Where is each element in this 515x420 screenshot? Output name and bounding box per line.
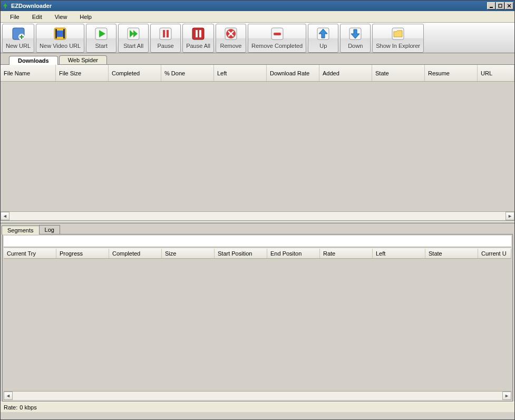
arrow-down-icon (347, 26, 363, 42)
segments-panel: Current Try Progress Completed Size Star… (2, 234, 513, 402)
svg-rect-7 (63, 29, 65, 38)
new-url-button[interactable]: New URL (2, 24, 34, 53)
segments-columns: Current Try Progress Completed Size Star… (4, 248, 511, 259)
col-current-u[interactable]: Current U (478, 249, 511, 258)
svg-rect-0 (490, 7, 493, 8)
menu-file[interactable]: File (4, 13, 26, 21)
col-size[interactable]: Size (162, 249, 215, 258)
downloads-columns: File Name File Size Completed % Done Lef… (1, 65, 514, 82)
col-seg-state[interactable]: State (425, 249, 478, 258)
app-icon (2, 2, 9, 9)
new-url-icon (11, 26, 26, 42)
scroll-right-icon[interactable]: ► (506, 212, 514, 220)
svg-rect-1 (499, 4, 502, 7)
show-in-explorer-button[interactable]: Show In Explorer (372, 24, 424, 53)
pause-all-label: Pause All (186, 43, 210, 49)
col-current-try[interactable]: Current Try (4, 249, 56, 258)
col-seg-left[interactable]: Left (373, 249, 425, 258)
col-url[interactable]: URL (478, 65, 514, 81)
scroll-left-icon[interactable]: ◄ (4, 392, 13, 400)
folder-icon (390, 26, 406, 42)
downloads-list: File Name File Size Completed % Done Lef… (1, 65, 514, 221)
pause-all-button[interactable]: Pause All (182, 24, 214, 53)
window-controls (487, 2, 513, 9)
col-rate[interactable]: Rate (320, 249, 373, 258)
segments-toolbar-strip (4, 236, 511, 247)
remove-completed-button[interactable]: Remove Completed (248, 24, 306, 53)
scroll-right-icon[interactable]: ► (502, 392, 511, 400)
start-button[interactable]: Start (86, 24, 116, 53)
pause-icon (158, 26, 173, 42)
up-label: Up (319, 43, 327, 49)
col-end-position[interactable]: End Positon (267, 249, 320, 258)
svg-rect-13 (192, 28, 204, 40)
col-start-position[interactable]: Start Position (215, 249, 267, 258)
svg-rect-10 (160, 28, 171, 40)
col-added[interactable]: Added (319, 65, 372, 81)
start-label: Start (95, 43, 108, 49)
col-state[interactable]: State (372, 65, 425, 81)
col-seg-completed[interactable]: Completed (109, 249, 162, 258)
col-download-rate[interactable]: Download Rate (267, 65, 319, 81)
svg-rect-11 (163, 30, 165, 37)
new-url-label: New URL (6, 43, 31, 49)
col-completed[interactable]: Completed (109, 65, 161, 81)
col-pct-done[interactable]: % Done (161, 65, 214, 81)
show-in-explorer-label: Show In Explorer (376, 43, 420, 49)
maximize-button[interactable] (496, 2, 504, 9)
col-left[interactable]: Left (214, 65, 267, 81)
col-file-name[interactable]: File Name (1, 65, 56, 81)
remove-completed-label: Remove Completed (251, 43, 303, 49)
svg-rect-12 (167, 30, 169, 37)
svg-rect-15 (199, 30, 201, 37)
tab-web-spider[interactable]: Web Spider (59, 55, 107, 64)
downloads-hscroll[interactable]: ◄ ► (1, 211, 514, 220)
main-tabs: Downloads Web Spider (1, 53, 514, 65)
toolbar: New URL New Video URL Start Start All Pa… (1, 23, 514, 53)
bottom-tabs: Segments Log (1, 223, 514, 234)
remove-completed-icon (269, 26, 285, 42)
remove-label: Remove (220, 43, 242, 49)
pause-label: Pause (158, 43, 174, 49)
remove-button[interactable]: Remove (216, 24, 246, 53)
down-label: Down (348, 43, 363, 49)
menubar: File Edit View Help (1, 11, 514, 23)
col-resume[interactable]: Resume (425, 65, 478, 81)
menu-edit[interactable]: Edit (26, 13, 48, 21)
pause-all-icon (190, 26, 206, 42)
statusbar: Rate: 0 kbps (1, 402, 514, 412)
svg-rect-5 (56, 31, 64, 37)
new-video-url-button[interactable]: New Video URL (36, 24, 84, 53)
minimize-button[interactable] (487, 2, 495, 9)
scroll-track[interactable] (9, 212, 506, 220)
svg-rect-6 (55, 29, 57, 38)
remove-icon (223, 26, 239, 42)
arrow-up-icon (315, 26, 331, 42)
play-icon (93, 26, 109, 42)
menu-view[interactable]: View (48, 13, 74, 21)
start-all-button[interactable]: Start All (118, 24, 149, 53)
menu-help[interactable]: Help (73, 13, 98, 21)
up-button[interactable]: Up (308, 24, 338, 53)
scroll-left-icon[interactable]: ◄ (1, 212, 9, 220)
scroll-track[interactable] (13, 392, 502, 400)
tab-segments[interactable]: Segments (2, 226, 40, 235)
status-rate-value: 0 kbps (20, 404, 36, 411)
col-file-size[interactable]: File Size (56, 65, 109, 81)
svg-rect-19 (274, 33, 281, 35)
pause-button[interactable]: Pause (150, 24, 181, 53)
close-button[interactable] (505, 2, 513, 9)
col-progress[interactable]: Progress (56, 249, 109, 258)
segments-body[interactable] (4, 259, 511, 391)
tab-log[interactable]: Log (39, 225, 60, 234)
tab-downloads[interactable]: Downloads (9, 56, 58, 65)
new-video-url-icon (52, 26, 68, 42)
segments-hscroll[interactable]: ◄ ► (4, 391, 511, 400)
start-all-label: Start All (123, 43, 143, 49)
new-video-url-label: New Video URL (40, 43, 81, 49)
window-title: EZDownloader (11, 3, 487, 9)
downloads-body[interactable] (1, 82, 514, 211)
down-button[interactable]: Down (340, 24, 371, 53)
window-titlebar: EZDownloader (1, 1, 514, 11)
status-rate-label: Rate: (4, 404, 17, 411)
